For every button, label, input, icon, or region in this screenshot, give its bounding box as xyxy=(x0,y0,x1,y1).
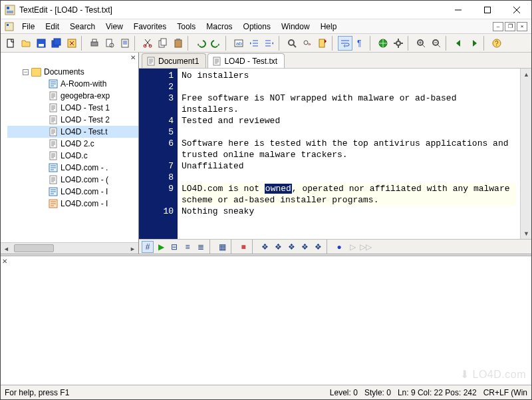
output-close-icon[interactable]: ✕ xyxy=(2,258,7,265)
word-wrap-icon[interactable] xyxy=(338,36,352,51)
code-line[interactable]: Nothing sneaky xyxy=(182,206,516,217)
find-icon[interactable] xyxy=(285,36,299,51)
code-line[interactable]: Software here is tested with the top ant… xyxy=(182,138,516,160)
tree-file-row[interactable]: LO4D - Test 2 xyxy=(7,114,138,126)
menu-search[interactable]: Search xyxy=(65,21,100,33)
minimize-button[interactable] xyxy=(444,1,473,19)
web-icon[interactable] xyxy=(376,36,390,51)
menu-macros[interactable]: Macros xyxy=(201,21,237,33)
menu-tools[interactable]: Tools xyxy=(172,21,201,33)
bookmark-next-icon[interactable]: ❖ xyxy=(285,241,297,253)
tree-collapse-icon[interactable]: − xyxy=(23,69,29,75)
page-setup-icon[interactable] xyxy=(118,36,132,51)
tree-file-row[interactable]: LO4D.com - I xyxy=(7,198,138,210)
bookmark-list-icon[interactable]: ❖ xyxy=(312,241,324,253)
find-next-icon[interactable]: » xyxy=(300,36,315,51)
fold-icon[interactable]: ≡ xyxy=(182,241,194,253)
save-icon[interactable] xyxy=(34,36,49,51)
output-panel[interactable]: ✕ xyxy=(1,256,531,385)
scroll-thumb[interactable] xyxy=(14,244,54,252)
unfold-icon[interactable]: ≣ xyxy=(195,241,207,253)
redo-icon[interactable] xyxy=(209,36,223,51)
fast-forward-icon[interactable]: ▷▷ xyxy=(360,241,372,253)
print-icon[interactable] xyxy=(87,36,102,51)
code-line[interactable]: No installers xyxy=(182,70,516,81)
close-file-icon[interactable] xyxy=(65,36,79,51)
tree-folder-row[interactable]: − Documents xyxy=(7,66,138,78)
code-line[interactable] xyxy=(182,172,516,183)
nav-back-icon[interactable] xyxy=(452,36,466,51)
zoom-in-icon[interactable] xyxy=(414,36,428,51)
tree-file-row[interactable]: LO4D - Test 1 xyxy=(7,102,138,114)
menu-edit[interactable]: Edit xyxy=(40,21,65,33)
tree-file-row[interactable]: LO4D - Test.t xyxy=(7,126,138,138)
help-icon[interactable]: ? xyxy=(489,36,504,51)
editor-vertical-scrollbar[interactable]: ▲ ▼ xyxy=(520,69,531,239)
fold-all-icon[interactable]: ⊟ xyxy=(168,241,180,253)
play-macro-icon[interactable]: ▷ xyxy=(346,241,358,253)
mdi-app-icon[interactable] xyxy=(5,22,14,31)
bookmark-toggle-icon[interactable]: ❖ xyxy=(259,241,271,253)
open-file-icon[interactable] xyxy=(19,36,33,51)
tree-file-row[interactable]: A-Room-with xyxy=(7,78,138,90)
svg-rect-2 xyxy=(485,7,491,13)
nav-forward-icon[interactable] xyxy=(467,36,481,51)
tree-file-row[interactable]: geogebra-exp xyxy=(7,90,138,102)
tree-file-row[interactable]: LO4D.com - . xyxy=(7,162,138,174)
tree-file-row[interactable]: LO4D.com - ( xyxy=(7,174,138,186)
cut-icon[interactable] xyxy=(140,36,155,51)
menu-help[interactable]: Help xyxy=(315,21,342,33)
copy-icon[interactable] xyxy=(156,36,170,51)
block-select-icon[interactable]: ▦ xyxy=(216,241,228,253)
zoom-out-icon[interactable] xyxy=(429,36,444,51)
paste-icon[interactable] xyxy=(171,36,186,51)
scroll-left-arrow-icon[interactable]: ◄ xyxy=(1,243,12,254)
tree-file-row[interactable]: LO4D.com - I xyxy=(7,186,138,198)
file-icon xyxy=(49,187,58,196)
mdi-close-button[interactable]: × xyxy=(517,22,527,31)
code-line[interactable]: Unaffiliated xyxy=(182,160,516,172)
indent-left-icon[interactable] xyxy=(247,36,261,51)
sidebar-horizontal-scrollbar[interactable]: ◄ ► xyxy=(1,242,138,254)
undo-icon[interactable] xyxy=(194,36,208,51)
file-tree[interactable]: − Documents A-Room-withgeogebra-expLO4D … xyxy=(1,66,138,242)
panel-close-icon[interactable]: ✕ xyxy=(130,54,136,61)
color-swatch-icon[interactable]: ■ xyxy=(237,241,249,253)
tree-file-row[interactable]: LO4D.c xyxy=(7,150,138,162)
menu-options[interactable]: Options xyxy=(238,21,276,33)
bookmark-prev-icon[interactable]: ❖ xyxy=(272,241,284,253)
code-line[interactable]: Free software is NOT wrapped with malwar… xyxy=(182,93,516,115)
scroll-up-arrow-icon[interactable]: ▲ xyxy=(521,69,532,80)
svg-rect-47 xyxy=(213,57,220,65)
maximize-button[interactable] xyxy=(473,1,502,19)
record-macro-icon[interactable]: ● xyxy=(333,241,345,253)
close-button[interactable] xyxy=(502,1,531,19)
scroll-down-arrow-icon[interactable]: ▼ xyxy=(521,228,532,239)
menu-favorites[interactable]: Favorites xyxy=(128,21,172,33)
code-line[interactable] xyxy=(182,81,516,93)
code-line[interactable]: Tested and reviewed xyxy=(182,115,516,126)
tools-icon[interactable] xyxy=(391,36,406,51)
tree-file-row[interactable]: LO4D 2.c xyxy=(7,138,138,150)
menu-window[interactable]: Window xyxy=(276,21,315,33)
code-line[interactable]: LO4D.com is not owned, operated nor affi… xyxy=(182,183,516,206)
run-macro-icon[interactable]: ▶ xyxy=(155,241,167,253)
mdi-restore-button[interactable]: ❐ xyxy=(505,22,515,31)
document-tab[interactable]: LO4D - Test.txt xyxy=(207,53,285,68)
bookmarks-icon[interactable] xyxy=(315,36,330,51)
print-preview-icon[interactable] xyxy=(102,36,117,51)
code-editor[interactable]: No installersFree software is NOT wrappe… xyxy=(178,69,520,239)
toggle-line-numbers-icon[interactable]: # xyxy=(142,241,154,253)
bookmark-clear-icon[interactable]: ❖ xyxy=(299,241,311,253)
code-line[interactable] xyxy=(182,126,516,138)
menu-view[interactable]: View xyxy=(100,21,128,33)
menu-file[interactable]: File xyxy=(17,21,40,33)
mdi-minimize-button[interactable]: – xyxy=(493,22,503,31)
show-whitespace-icon[interactable]: ¶ xyxy=(353,36,368,51)
indent-right-icon[interactable] xyxy=(262,36,277,51)
document-tab[interactable]: Document1 xyxy=(142,53,206,68)
scroll-right-arrow-icon[interactable]: ► xyxy=(127,243,138,254)
save-all-icon[interactable] xyxy=(49,36,64,51)
new-file-icon[interactable] xyxy=(3,36,18,51)
insert-text-icon[interactable]: ab xyxy=(231,36,246,51)
